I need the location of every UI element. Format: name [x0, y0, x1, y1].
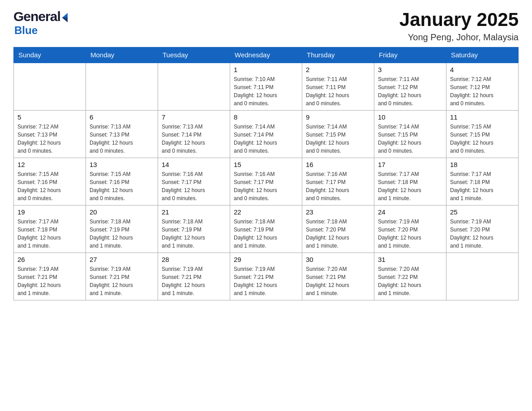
day-info: Sunrise: 7:19 AMSunset: 7:21 PMDaylight:… [162, 266, 205, 296]
calendar-week-5: 26Sunrise: 7:19 AMSunset: 7:21 PMDayligh… [14, 253, 519, 300]
calendar-cell: 16Sunrise: 7:16 AMSunset: 7:17 PMDayligh… [302, 158, 374, 206]
calendar-cell: 27Sunrise: 7:19 AMSunset: 7:21 PMDayligh… [86, 253, 158, 300]
calendar-cell: 18Sunrise: 7:17 AMSunset: 7:18 PMDayligh… [446, 158, 519, 206]
calendar-cell: 15Sunrise: 7:16 AMSunset: 7:17 PMDayligh… [230, 158, 302, 206]
day-info: Sunrise: 7:15 AMSunset: 7:16 PMDaylight:… [17, 171, 61, 201]
col-sunday: Sunday [14, 47, 86, 63]
day-info: Sunrise: 7:14 AMSunset: 7:14 PMDaylight:… [234, 124, 277, 154]
calendar-table: Sunday Monday Tuesday Wednesday Thursday… [13, 47, 519, 300]
day-number: 12 [17, 161, 82, 168]
day-number: 29 [234, 256, 298, 263]
title-block: January 2025 Yong Peng, Johor, Malaysia [399, 9, 519, 43]
day-number: 3 [378, 66, 442, 73]
calendar-cell [86, 63, 158, 111]
day-info: Sunrise: 7:17 AMSunset: 7:18 PMDaylight:… [17, 218, 61, 249]
day-info: Sunrise: 7:15 AMSunset: 7:16 PMDaylight:… [90, 171, 133, 201]
day-number: 26 [17, 256, 82, 263]
col-friday: Friday [374, 47, 446, 63]
day-number: 7 [162, 113, 226, 121]
calendar-cell: 14Sunrise: 7:16 AMSunset: 7:17 PMDayligh… [158, 158, 230, 206]
day-info: Sunrise: 7:11 AMSunset: 7:12 PMDaylight:… [378, 76, 421, 107]
calendar-cell [14, 63, 86, 111]
day-info: Sunrise: 7:15 AMSunset: 7:15 PMDaylight:… [450, 124, 493, 154]
day-number: 14 [162, 161, 226, 168]
calendar-cell: 11Sunrise: 7:15 AMSunset: 7:15 PMDayligh… [446, 111, 519, 158]
day-info: Sunrise: 7:11 AMSunset: 7:11 PMDaylight:… [306, 76, 349, 107]
day-info: Sunrise: 7:18 AMSunset: 7:19 PMDaylight:… [234, 218, 277, 249]
day-number: 17 [378, 161, 442, 168]
calendar-cell: 2Sunrise: 7:11 AMSunset: 7:11 PMDaylight… [302, 63, 374, 111]
calendar-cell: 17Sunrise: 7:17 AMSunset: 7:18 PMDayligh… [374, 158, 446, 206]
col-thursday: Thursday [302, 47, 374, 63]
calendar-cell: 1Sunrise: 7:10 AMSunset: 7:11 PMDaylight… [230, 63, 302, 111]
day-number: 22 [234, 208, 298, 216]
day-info: Sunrise: 7:17 AMSunset: 7:18 PMDaylight:… [378, 171, 421, 201]
day-info: Sunrise: 7:18 AMSunset: 7:19 PMDaylight:… [162, 218, 205, 249]
day-number: 11 [450, 113, 515, 121]
day-info: Sunrise: 7:17 AMSunset: 7:18 PMDaylight:… [450, 171, 493, 201]
day-info: Sunrise: 7:19 AMSunset: 7:21 PMDaylight:… [17, 266, 61, 296]
day-info: Sunrise: 7:10 AMSunset: 7:11 PMDaylight:… [234, 76, 277, 107]
day-info: Sunrise: 7:20 AMSunset: 7:22 PMDaylight:… [378, 266, 421, 296]
calendar-cell: 28Sunrise: 7:19 AMSunset: 7:21 PMDayligh… [158, 253, 230, 300]
calendar-cell: 8Sunrise: 7:14 AMSunset: 7:14 PMDaylight… [230, 111, 302, 158]
calendar-cell [158, 63, 230, 111]
day-number: 18 [450, 161, 515, 168]
day-number: 4 [450, 66, 515, 73]
logo-triangle-icon [62, 13, 68, 22]
day-info: Sunrise: 7:19 AMSunset: 7:20 PMDaylight:… [450, 218, 493, 249]
calendar-cell: 23Sunrise: 7:18 AMSunset: 7:20 PMDayligh… [302, 206, 374, 253]
days-of-week-row: Sunday Monday Tuesday Wednesday Thursday… [14, 47, 519, 63]
day-info: Sunrise: 7:12 AMSunset: 7:13 PMDaylight:… [17, 124, 61, 154]
day-number: 24 [378, 208, 442, 216]
day-number: 28 [162, 256, 226, 263]
day-number: 9 [306, 113, 370, 121]
day-info: Sunrise: 7:14 AMSunset: 7:15 PMDaylight:… [306, 124, 349, 154]
calendar-cell: 9Sunrise: 7:14 AMSunset: 7:15 PMDaylight… [302, 111, 374, 158]
day-number: 21 [162, 208, 226, 216]
day-info: Sunrise: 7:14 AMSunset: 7:15 PMDaylight:… [378, 124, 421, 154]
calendar-week-3: 12Sunrise: 7:15 AMSunset: 7:16 PMDayligh… [14, 158, 519, 206]
calendar-header: Sunday Monday Tuesday Wednesday Thursday… [14, 47, 519, 63]
calendar-cell: 29Sunrise: 7:19 AMSunset: 7:21 PMDayligh… [230, 253, 302, 300]
calendar-body: 1Sunrise: 7:10 AMSunset: 7:11 PMDaylight… [14, 63, 519, 300]
page-header: General Blue January 2025 Yong Peng, Joh… [13, 9, 519, 43]
calendar-subtitle: Yong Peng, Johor, Malaysia [399, 32, 519, 43]
calendar-cell: 19Sunrise: 7:17 AMSunset: 7:18 PMDayligh… [14, 206, 86, 253]
day-number: 19 [17, 208, 82, 216]
col-wednesday: Wednesday [230, 47, 302, 63]
calendar-cell: 5Sunrise: 7:12 AMSunset: 7:13 PMDaylight… [14, 111, 86, 158]
day-number: 5 [17, 113, 82, 121]
day-number: 6 [90, 113, 154, 121]
calendar-cell: 26Sunrise: 7:19 AMSunset: 7:21 PMDayligh… [14, 253, 86, 300]
calendar-cell: 31Sunrise: 7:20 AMSunset: 7:22 PMDayligh… [374, 253, 446, 300]
day-number: 1 [234, 66, 298, 73]
day-info: Sunrise: 7:18 AMSunset: 7:20 PMDaylight:… [306, 218, 349, 249]
day-info: Sunrise: 7:13 AMSunset: 7:13 PMDaylight:… [90, 124, 133, 154]
day-number: 31 [378, 256, 442, 263]
calendar-week-1: 1Sunrise: 7:10 AMSunset: 7:11 PMDaylight… [14, 63, 519, 111]
calendar-cell: 3Sunrise: 7:11 AMSunset: 7:12 PMDaylight… [374, 63, 446, 111]
day-number: 27 [90, 256, 154, 263]
calendar-cell: 12Sunrise: 7:15 AMSunset: 7:16 PMDayligh… [14, 158, 86, 206]
day-number: 10 [378, 113, 442, 121]
day-info: Sunrise: 7:16 AMSunset: 7:17 PMDaylight:… [234, 171, 277, 201]
calendar-cell: 30Sunrise: 7:20 AMSunset: 7:21 PMDayligh… [302, 253, 374, 300]
day-info: Sunrise: 7:19 AMSunset: 7:21 PMDaylight:… [234, 266, 277, 296]
day-number: 30 [306, 256, 370, 263]
logo: General Blue [13, 9, 68, 37]
day-info: Sunrise: 7:12 AMSunset: 7:12 PMDaylight:… [450, 76, 493, 107]
day-info: Sunrise: 7:19 AMSunset: 7:20 PMDaylight:… [378, 218, 421, 249]
day-number: 15 [234, 161, 298, 168]
col-tuesday: Tuesday [158, 47, 230, 63]
calendar-cell: 6Sunrise: 7:13 AMSunset: 7:13 PMDaylight… [86, 111, 158, 158]
calendar-cell: 4Sunrise: 7:12 AMSunset: 7:12 PMDaylight… [446, 63, 519, 111]
day-info: Sunrise: 7:19 AMSunset: 7:21 PMDaylight:… [90, 266, 133, 296]
day-info: Sunrise: 7:18 AMSunset: 7:19 PMDaylight:… [90, 218, 133, 249]
calendar-cell: 13Sunrise: 7:15 AMSunset: 7:16 PMDayligh… [86, 158, 158, 206]
day-number: 16 [306, 161, 370, 168]
logo-blue-text: Blue [14, 24, 38, 36]
calendar-week-2: 5Sunrise: 7:12 AMSunset: 7:13 PMDaylight… [14, 111, 519, 158]
col-saturday: Saturday [446, 47, 519, 63]
calendar-week-4: 19Sunrise: 7:17 AMSunset: 7:18 PMDayligh… [14, 206, 519, 253]
